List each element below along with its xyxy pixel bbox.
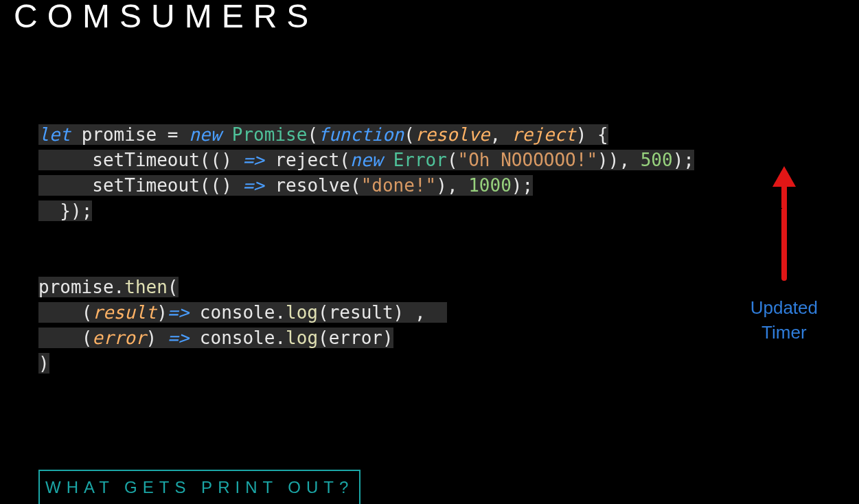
code-line-1: let promise = new Promise(function(resol…: [38, 122, 859, 148]
code-line-4: });: [38, 198, 859, 224]
arrow-up-icon: [767, 165, 801, 282]
code-line-7: (error) => console.log(error): [38, 325, 859, 351]
code-line-3: setTimeout(() => resolve("done!"), 1000)…: [38, 173, 859, 198]
slide-title: COMSUMERS: [0, 0, 859, 33]
code-block: let promise = new Promise(function(resol…: [38, 122, 859, 376]
annotation-text: Updated Timer: [751, 295, 818, 345]
code-line-2: setTimeout(() => reject(new Error("Oh NO…: [38, 148, 859, 173]
code-line-5: promise.then(: [38, 275, 859, 300]
code-line-6: (result)=> console.log(result) ,: [38, 300, 859, 325]
code-line-8: ): [38, 351, 859, 376]
question-box: WHAT GETS PRINT OUT?: [38, 470, 360, 504]
svg-marker-1: [772, 166, 796, 187]
annotation: Updated Timer: [751, 165, 818, 345]
